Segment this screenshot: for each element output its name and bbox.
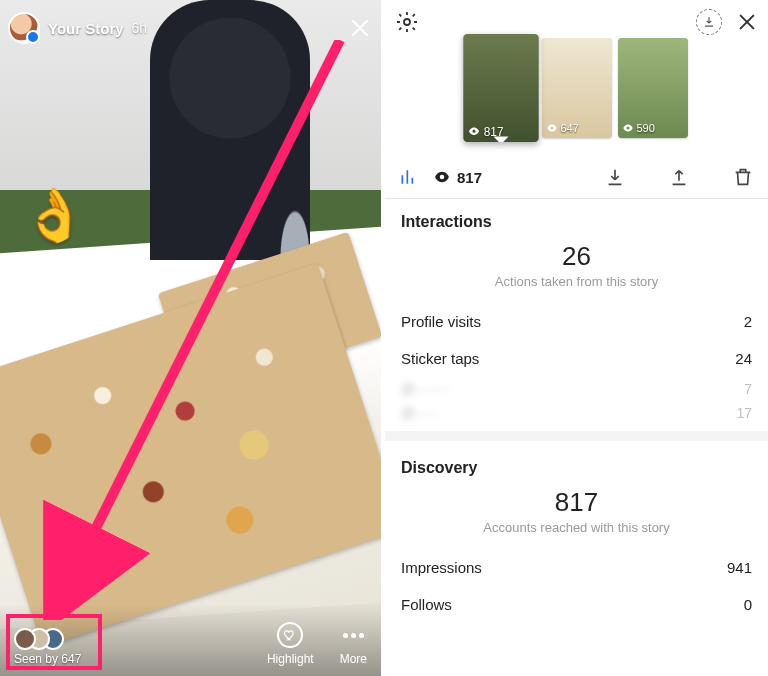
metric-subrow: @······ 17	[401, 401, 752, 425]
thumb-views: 590	[637, 122, 655, 134]
story-footer: Seen by 647 Highlight More	[0, 604, 381, 676]
seen-by-button[interactable]: Seen by 647	[14, 628, 81, 666]
discovery-section: Discovery 817 Accounts reached with this…	[385, 445, 768, 627]
close-icon[interactable]	[736, 11, 758, 33]
discovery-count: 817	[401, 487, 752, 518]
metric-row: Profile visits 2	[401, 303, 752, 340]
metric-row: Impressions 941	[401, 549, 752, 586]
views-count[interactable]: 817	[433, 168, 482, 186]
story-title[interactable]: Your Story	[48, 20, 124, 37]
heart-icon	[277, 622, 303, 648]
metric-value: 941	[727, 559, 752, 576]
metric-row: Follows 0	[401, 586, 752, 623]
metric-row: Sticker taps 24	[401, 340, 752, 377]
share-icon[interactable]	[668, 166, 690, 188]
views-count-value: 817	[457, 169, 482, 186]
metric-label: Profile visits	[401, 313, 481, 330]
viewer-avatars	[14, 628, 64, 650]
metric-value: 24	[735, 350, 752, 367]
highlight-button[interactable]: Highlight	[267, 622, 314, 666]
close-icon[interactable]	[347, 15, 373, 41]
save-story-icon[interactable]	[696, 9, 722, 35]
metric-label: Follows	[401, 596, 452, 613]
svg-point-1	[404, 19, 410, 25]
interactions-subtitle: Actions taken from this story	[401, 274, 752, 289]
story-thumbnail[interactable]: 647	[542, 38, 612, 138]
insights-icon[interactable]	[399, 167, 419, 187]
metric-sub-value: 7	[744, 381, 752, 397]
story-view: 👌 Your Story 6h Seen by 647 Highlight Mo…	[0, 0, 381, 676]
metric-label: Sticker taps	[401, 350, 479, 367]
metric-sub-label: @·········	[401, 381, 450, 397]
insights-header: 817 647 590	[385, 0, 768, 156]
interactions-section: Interactions 26 Actions taken from this …	[385, 199, 768, 445]
trash-icon[interactable]	[732, 166, 754, 188]
thumb-views: 647	[561, 122, 579, 134]
ok-hand-sticker[interactable]: 👌	[22, 185, 87, 246]
thumb-views: 817	[483, 125, 503, 138]
insights-toolbar: 817	[385, 156, 768, 199]
seen-by-label: Seen by 647	[14, 652, 81, 666]
download-icon[interactable]	[604, 166, 626, 188]
story-time: 6h	[132, 20, 148, 36]
story-thumbnails: 817 647 590	[466, 38, 688, 138]
more-button[interactable]: More	[340, 622, 367, 666]
story-header: Your Story 6h	[8, 8, 373, 48]
more-label: More	[340, 652, 367, 666]
section-title: Interactions	[401, 213, 752, 231]
discovery-subtitle: Accounts reached with this story	[401, 520, 752, 535]
avatar[interactable]	[8, 12, 40, 44]
metric-label: Impressions	[401, 559, 482, 576]
story-thumbnail[interactable]: 817	[463, 34, 539, 142]
metric-value: 2	[744, 313, 752, 330]
metric-sub-label: @······	[401, 405, 439, 421]
interactions-count: 26	[401, 241, 752, 272]
settings-icon[interactable]	[395, 10, 419, 34]
metric-value: 0	[744, 596, 752, 613]
section-divider	[385, 431, 768, 441]
insights-panel: 817 647 590 817 Interactions 26	[381, 0, 768, 676]
section-title: Discovery	[401, 459, 752, 477]
metric-subrow: @········· 7	[401, 377, 752, 401]
metric-sub-value: 17	[736, 405, 752, 421]
story-thumbnail[interactable]: 590	[618, 38, 688, 138]
highlight-label: Highlight	[267, 652, 314, 666]
more-icon	[343, 622, 364, 648]
